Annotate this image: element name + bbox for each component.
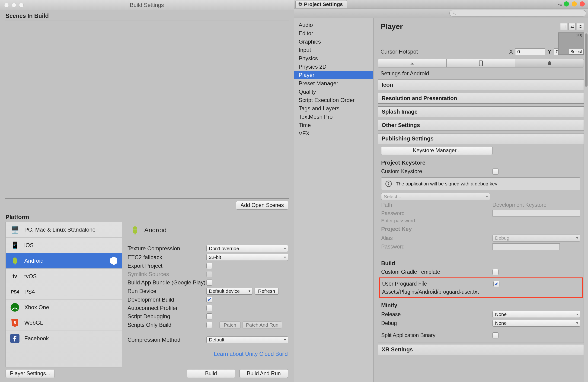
build-app-bundle-label: Build App Bundle (Google Play) [127,279,206,286]
build-app-bundle-checkbox[interactable] [206,280,212,285]
build-and-run-button[interactable]: Build And Run [239,369,288,378]
ios-icon: 📱 [9,240,21,251]
sidebar-item-quality[interactable]: Quality [294,88,373,96]
platform-item-facebook[interactable]: Facebook [6,331,122,346]
sidebar-item-player[interactable]: Player [294,71,373,79]
sidebar-item-preset-manager[interactable]: Preset Manager [294,79,373,88]
run-device-select[interactable]: Default device [206,288,253,295]
split-binary-checkbox[interactable] [492,332,499,339]
settings-for-android-label: Settings for Android [374,67,588,78]
platform-label: iOS [24,242,34,248]
help-icon[interactable]: ❐ [560,23,567,30]
scenes-in-build-label: Scenes In Build [0,10,294,20]
tab-options-icon[interactable]: •≡ [558,2,562,7]
cursor-x-input[interactable]: 0 [515,48,545,55]
select-icon-button[interactable]: Select [569,49,584,55]
sidebar-item-time[interactable]: Time [294,121,373,129]
custom-keystore-checkbox[interactable] [492,168,499,175]
sidebar-item-audio[interactable]: Audio [294,21,373,29]
compression-method-select[interactable]: Default [206,336,288,343]
scripts-only-build-checkbox[interactable] [206,322,212,328]
script-debugging-checkbox[interactable] [206,313,212,320]
texture-compression-label: Texture Compression [127,245,206,252]
svg-rect-5 [479,61,483,66]
player-settings-button[interactable]: Player Settings... [6,369,55,378]
sidebar-item-script-exec[interactable]: Script Execution Order [294,96,373,104]
search-input[interactable] [449,10,586,17]
development-build-checkbox[interactable]: ✔ [206,297,212,303]
svg-point-3 [453,12,455,14]
foldout-publishing[interactable]: Publishing Settings [378,133,584,144]
platform-item-ios[interactable]: 📱 iOS [6,238,122,253]
info-icon [385,180,392,187]
gradle-template-checkbox[interactable] [492,269,499,275]
sidebar-item-input[interactable]: Input [294,46,373,54]
search-icon [452,11,457,15]
platform-item-tvos[interactable]: tv tvOS [6,269,122,284]
minify-debug-select[interactable]: None [492,320,580,327]
minify-release-select[interactable]: None [492,311,580,318]
scenes-list[interactable] [5,20,289,199]
cursor-hotspot-label: Cursor Hotspot [380,48,507,55]
build-button[interactable]: Build [187,369,235,378]
refresh-button[interactable]: Refresh [254,288,279,295]
platform-label: Xbox One [24,304,49,311]
tvos-icon: tv [9,271,21,282]
platform-item-webgl[interactable]: 5 WebGL [6,315,122,331]
sidebar-item-physics[interactable]: Physics [294,54,373,62]
platform-label: Android [24,258,43,264]
page-title: Player [380,22,403,31]
project-settings-tab[interactable]: Project Settings [295,0,347,8]
sidebar-item-vfx[interactable]: VFX [294,129,373,138]
platform-item-android[interactable]: Android [6,253,122,269]
autoconnect-profiler-label: Autoconnect Profiler [127,305,206,311]
minify-heading: Minify [381,300,580,310]
scrollbar[interactable] [584,32,588,382]
add-open-scenes-button[interactable]: Add Open Scenes [236,201,288,210]
xbox-icon [9,302,21,313]
settings-gear-icon[interactable]: ✲ [577,23,584,30]
keystore-select: Select... [381,193,490,200]
zoom-icon[interactable] [564,1,569,6]
preset-icon[interactable]: ⇄ [568,23,575,30]
export-project-checkbox[interactable] [206,263,212,269]
window-controls [564,1,585,6]
scrollbar-thumb[interactable] [585,33,588,87]
facebook-icon [9,333,21,344]
autoconnect-profiler-checkbox[interactable] [206,305,212,311]
download-icon [410,61,415,66]
development-build-label: Development Build [127,297,206,303]
sidebar-item-textmesh[interactable]: TextMesh Pro [294,113,373,121]
android-icon [130,223,140,237]
platform-item-xboxone[interactable]: Xbox One [6,300,122,315]
foldout-other[interactable]: Other Settings [378,120,584,130]
sidebar-item-graphics[interactable]: Graphics [294,38,373,46]
close-icon[interactable] [580,1,585,6]
platform-item-ps4[interactable]: PS4 PS4 [6,284,122,300]
sidebar-item-physics2d[interactable]: Physics 2D [294,62,373,71]
run-device-label: Run Device [127,288,206,294]
platform-tab-ios[interactable] [447,59,515,67]
platform-list: 🖥️ PC, Mac & Linux Standalone 📱 iOS Andr… [6,222,122,367]
keystore-password-input [492,210,580,217]
patch-button: Patch [219,322,241,328]
platform-tab-android[interactable] [515,59,584,67]
sidebar-item-tags-layers[interactable]: Tags and Layers [294,104,373,113]
etc2-fallback-select[interactable]: 32-bit [206,254,288,261]
keystore-manager-button[interactable]: Keystore Manager... [381,146,492,155]
settings-sidebar: Audio Editor Graphics Input Physics Phys… [294,18,374,382]
minimize-icon[interactable] [572,1,577,6]
alias-select: Debug [492,235,580,241]
publishing-settings-body: Keystore Manager... Project Keystore Cus… [378,144,584,343]
foldout-resolution[interactable]: Resolution and Presentation [378,93,584,104]
foldout-icon[interactable]: Icon [378,80,584,90]
proguard-file-checkbox[interactable]: ✔ [493,281,499,287]
platform-item-standalone[interactable]: 🖥️ PC, Mac & Linux Standalone [6,222,122,238]
platform-tab-standalone[interactable] [378,59,447,67]
foldout-splash[interactable]: Splash Image [378,106,584,117]
learn-cloud-build-link[interactable]: Learn about Unity Cloud Build [127,344,288,360]
texture-compression-select[interactable]: Don't override [206,245,288,252]
default-icon-preview[interactable]: 2D) Select [558,32,584,55]
foldout-xr[interactable]: XR Settings [378,344,584,355]
sidebar-item-editor[interactable]: Editor [294,29,373,38]
